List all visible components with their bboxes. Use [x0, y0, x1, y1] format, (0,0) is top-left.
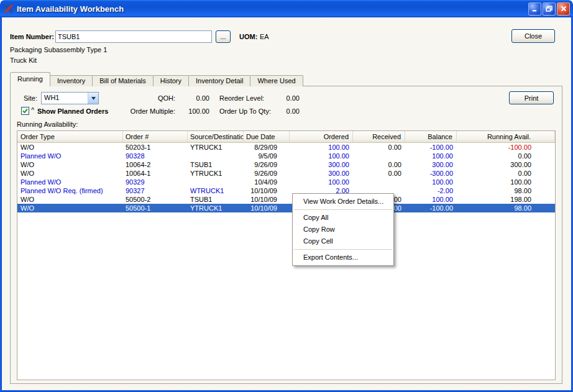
table-cell: W/O — [17, 195, 123, 204]
show-planned-orders-label: Show Planned Orders — [37, 107, 108, 115]
item-number-label: Item Number: — [10, 33, 54, 40]
table-cell: 300.00 — [457, 160, 555, 169]
close-button[interactable]: Close — [511, 29, 555, 43]
menu-item-copy-cell[interactable]: Copy Cell — [293, 235, 393, 247]
menu-item-copy-all[interactable]: Copy All — [293, 212, 393, 224]
table-cell: 0.00 — [353, 143, 405, 152]
order-up-to-value: 0.00 — [268, 107, 300, 115]
menu-separator — [294, 249, 392, 250]
column-header[interactable]: Source/Destination — [188, 131, 244, 142]
table-cell: W/O — [17, 160, 123, 169]
reorder-level-label: Reorder Level: — [219, 94, 264, 102]
table-cell: 10/10/09 — [244, 195, 290, 204]
column-header[interactable]: Order # — [123, 131, 188, 142]
table-cell: 300.00 — [290, 160, 353, 169]
table-cell: 98.00 — [457, 204, 555, 212]
minimize-button[interactable] — [528, 2, 541, 16]
column-header[interactable]: Balance — [405, 131, 457, 142]
table-cell: 100.00 — [457, 178, 555, 186]
table-cell: 50500-2 — [123, 195, 188, 204]
tab-bar: RunningInventoryBill of MaterialsHistory… — [10, 72, 303, 86]
tab-inventory[interactable]: Inventory — [50, 75, 93, 86]
column-header[interactable]: Due Date — [244, 131, 290, 142]
menu-item-export-contents[interactable]: Export Contents... — [293, 252, 393, 263]
site-combobox[interactable]: WH1 — [41, 92, 99, 104]
chevron-down-icon[interactable] — [88, 93, 98, 104]
table-cell: -100.00 — [405, 143, 457, 152]
item-number-input[interactable] — [55, 30, 212, 43]
table-cell: 9/5/09 — [244, 152, 290, 160]
menu-item-view-work-order-details[interactable]: View Work Order Details... — [293, 196, 393, 207]
show-planned-orders-checkbox[interactable] — [21, 107, 29, 115]
window-title: Item Availability Workbench — [17, 4, 528, 14]
table-cell: 98.00 — [457, 186, 555, 195]
table-cell: W/O — [17, 204, 123, 212]
column-header[interactable]: Ordered — [290, 131, 353, 142]
grid-header-row: Order TypeOrder #Source/DestinationDue D… — [17, 131, 555, 143]
tab-bill-of-materials[interactable]: Bill of Materials — [92, 75, 154, 86]
table-cell: 10064-1 — [123, 169, 188, 178]
close-window-button[interactable] — [557, 2, 570, 16]
table-cell: YTRUCK1 — [188, 143, 244, 152]
table-row[interactable]: W/O50500-2TSUB110/10/09100.000.00100.001… — [17, 195, 555, 204]
table-cell: W/O — [17, 143, 123, 152]
tab-running[interactable]: Running — [10, 72, 50, 86]
column-header[interactable]: Order Type — [17, 131, 123, 142]
tab-history[interactable]: History — [153, 75, 189, 86]
table-cell: 50203-1 — [123, 143, 188, 152]
qoh-label: QOH: — [104, 94, 175, 102]
table-cell: 198.00 — [457, 195, 555, 204]
table-cell: 50500-1 — [123, 204, 188, 212]
table-row[interactable]: Planned W/O903289/5/09100.00100.000.00 — [17, 152, 555, 160]
table-cell — [188, 178, 244, 186]
uom-value: EA — [260, 33, 269, 40]
table-cell: 90329 — [123, 178, 188, 186]
column-header[interactable]: Received — [353, 131, 405, 142]
table-row[interactable]: Planned W/O Req. (firmed)90327WTRUCK110/… — [17, 186, 555, 195]
app-icon — [4, 4, 14, 14]
restore-icon — [546, 6, 552, 12]
table-cell: W/O — [17, 169, 123, 178]
table-cell: Planned W/O Req. (firmed) — [17, 186, 123, 195]
table-cell — [353, 178, 405, 186]
client-area: Item Number: ... UOM: EA Close Packaging… — [2, 17, 571, 390]
table-cell — [188, 152, 244, 160]
table-row[interactable]: W/O10064-1YTRUCK19/26/09300.000.00-300.0… — [17, 169, 555, 178]
minimize-icon — [532, 6, 538, 12]
table-row[interactable]: W/O50203-1YTRUCK18/29/09100.000.00-100.0… — [17, 143, 555, 152]
item-description-2: Truck Kit — [10, 57, 37, 64]
table-cell — [353, 152, 405, 160]
grid-body: W/O50203-1YTRUCK18/29/09100.000.00-100.0… — [17, 143, 555, 212]
print-button[interactable]: Print — [509, 91, 554, 104]
app-window: Item Availability Workbench Item Number:… — [0, 0, 573, 392]
column-header[interactable]: Running Avail. — [457, 131, 555, 142]
menu-item-copy-row[interactable]: Copy Row — [293, 224, 393, 235]
titlebar[interactable]: Item Availability Workbench — [0, 0, 573, 17]
table-cell: 100.00 — [290, 152, 353, 160]
checkmark-icon — [22, 108, 28, 114]
site-label: Site: — [24, 94, 37, 102]
table-cell: 10/10/09 — [244, 204, 290, 212]
qoh-value: 0.00 — [178, 94, 209, 102]
order-multiple-value: 100.00 — [178, 107, 209, 115]
table-cell: 0.00 — [457, 169, 555, 178]
table-row[interactable]: W/O50500-1YTRUCK110/10/09100.000.00-100.… — [17, 204, 555, 212]
item-description-1: Packaging Subassembly Type 1 — [10, 46, 107, 53]
reorder-level-value: 0.00 — [268, 94, 300, 102]
tab-inventory-detail[interactable]: Inventory Detail — [188, 75, 250, 86]
table-cell: Planned W/O — [17, 152, 123, 160]
site-value: WH1 — [42, 93, 88, 104]
table-row[interactable]: Planned W/O9032910/4/09100.00100.00100.0… — [17, 178, 555, 186]
table-cell: 0.00 — [353, 160, 405, 169]
restore-button[interactable] — [543, 2, 556, 16]
table-cell: 100.00 — [405, 195, 457, 204]
context-menu: View Work Order Details...Copy AllCopy R… — [292, 193, 394, 266]
table-cell: 9/26/09 — [244, 169, 290, 178]
uom-label: UOM: — [239, 33, 257, 40]
tab-where-used[interactable]: Where Used — [250, 75, 303, 86]
table-cell: 0.00 — [353, 169, 405, 178]
item-lookup-button[interactable]: ... — [216, 30, 231, 43]
table-row[interactable]: W/O10064-2TSUB19/26/09300.000.00300.0030… — [17, 160, 555, 169]
forget-caret-icon[interactable]: ^ — [31, 106, 34, 112]
running-tab-panel: Site: WH1 QOH: 0.00 Reorder Level: 0.00 … — [10, 86, 562, 384]
